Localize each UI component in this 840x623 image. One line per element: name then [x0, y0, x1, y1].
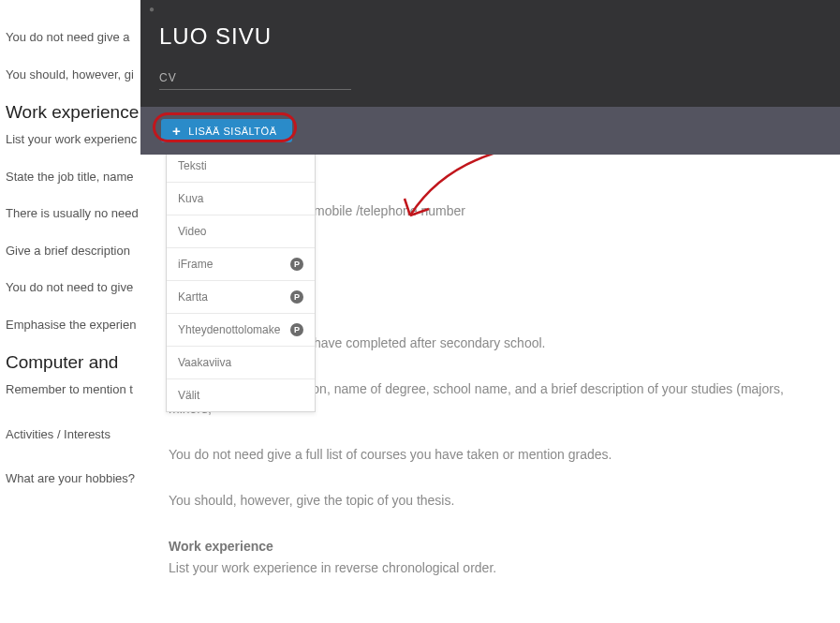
dropdown-item-valit[interactable]: Välit: [167, 378, 315, 411]
dropdown-item-yhteydenottolomake[interactable]: Yhteydenottolomake P: [167, 313, 315, 346]
body-heading: Work experience: [169, 537, 812, 556]
modal-header: LUO SIVU: [140, 14, 840, 107]
add-content-label: LISÄÄ SISÄLTÖÄ: [188, 126, 276, 137]
dropdown-item-label: iFrame: [178, 258, 213, 271]
modal-drag-dot: ●: [140, 0, 840, 14]
add-content-button[interactable]: + LISÄÄ SISÄLTÖÄ: [161, 119, 292, 142]
dropdown-item-label: Teksti: [178, 159, 207, 172]
dropdown-item-label: Yhteydenottolomake: [178, 323, 280, 336]
dropdown-item-label: Kuva: [178, 192, 203, 205]
add-content-dropdown: Teksti Kuva Video iFrame P Kartta P Yhte…: [166, 155, 316, 412]
body-fragment: have completed after secondary school.: [314, 334, 812, 353]
body-paragraph: You do not need give a full list of cour…: [169, 445, 812, 465]
plus-icon: +: [172, 124, 181, 138]
premium-badge-icon: P: [290, 258, 303, 271]
premium-badge-icon: P: [290, 323, 303, 336]
dropdown-item-teksti[interactable]: Teksti: [167, 155, 315, 182]
dropdown-item-video[interactable]: Video: [167, 215, 315, 247]
dropdown-item-iframe[interactable]: iFrame P: [167, 247, 315, 280]
dropdown-item-label: Vaakaviiva: [178, 356, 231, 369]
dropdown-item-label: Kartta: [178, 290, 208, 304]
dropdown-item-label: Video: [178, 225, 206, 238]
dropdown-item-kuva[interactable]: Kuva: [167, 182, 315, 215]
dropdown-item-kartta[interactable]: Kartta P: [167, 280, 315, 313]
page-name-input[interactable]: [159, 67, 351, 90]
modal-content-area: Teksti Kuva Video iFrame P Kartta P Yhte…: [140, 155, 840, 623]
body-paragraph: You should, however, give the topic of y…: [169, 491, 812, 511]
body-paragraph: List your work experience in reverse chr…: [169, 560, 496, 575]
dropdown-item-label: Välit: [178, 389, 199, 402]
create-page-modal: ● LUO SIVU + LISÄÄ SISÄLTÖÄ Teksti Kuva …: [140, 0, 840, 623]
premium-badge-icon: P: [290, 290, 303, 304]
modal-title: LUO SIVU: [159, 23, 821, 50]
dropdown-item-vaakaviiva[interactable]: Vaakaviiva: [167, 346, 315, 378]
modal-toolbar: + LISÄÄ SISÄLTÖÄ: [140, 107, 840, 155]
body-fragment: mobile /telephone number: [314, 201, 812, 221]
